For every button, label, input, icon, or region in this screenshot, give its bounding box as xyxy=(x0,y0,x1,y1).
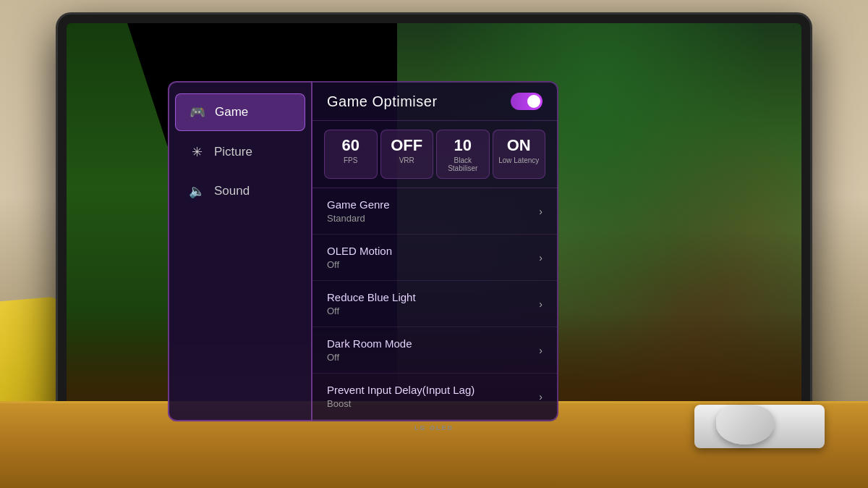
game-genre-name: Game Genre xyxy=(327,198,390,211)
reduce-blue-light-arrow: › xyxy=(539,298,542,310)
sidebar-sound-label: Sound xyxy=(214,184,250,198)
sidebar-item-game[interactable]: 🎮 Game xyxy=(175,93,305,131)
panel-title: Game Optimiser xyxy=(327,93,438,110)
vrr-label: VRR xyxy=(386,156,429,164)
stat-black-stabiliser[interactable]: 10 Black Stabiliser xyxy=(436,130,490,179)
game-icon: 🎮 xyxy=(189,104,206,120)
stats-row: 60 FPS OFF VRR 10 Black Stabiliser ON Lo… xyxy=(312,121,557,188)
sidebar: 🎮 Game ✳ Picture 🔈 Sound xyxy=(168,81,312,421)
fps-label: FPS xyxy=(329,156,373,164)
menu-item-reduce-blue-light-left: Reduce Blue Light Off xyxy=(327,291,416,316)
tv-brand-logo: LG OLED xyxy=(414,424,454,432)
menu-item-dark-room-mode[interactable]: Dark Room Mode Off › xyxy=(312,327,557,374)
picture-icon: ✳ xyxy=(188,144,205,160)
main-panel: Game Optimiser 60 FPS OFF VRR xyxy=(312,81,558,421)
toggle-thumb xyxy=(527,95,540,108)
dark-room-mode-arrow: › xyxy=(539,345,542,356)
black-stabiliser-value: 10 xyxy=(441,136,485,155)
menu-items: Game Genre Standard › OLED Motion Off › xyxy=(312,188,557,420)
menu-item-game-genre[interactable]: Game Genre Standard › xyxy=(312,188,557,235)
oled-motion-name: OLED Motion xyxy=(327,245,392,257)
ui-overlay: 🎮 Game ✳ Picture 🔈 Sound Game Optimiser xyxy=(168,81,558,421)
xbox-controller xyxy=(716,405,774,445)
fps-value: 60 xyxy=(329,136,373,155)
menu-item-game-genre-left: Game Genre Standard xyxy=(327,198,390,224)
game-optimiser-toggle[interactable] xyxy=(511,93,542,110)
sidebar-game-label: Game xyxy=(215,105,248,119)
dark-room-mode-name: Dark Room Mode xyxy=(327,337,412,350)
stat-vrr[interactable]: OFF VRR xyxy=(380,130,434,179)
game-genre-arrow: › xyxy=(539,206,542,217)
low-latency-label: Low Latency xyxy=(498,156,541,164)
oled-motion-arrow: › xyxy=(539,252,542,264)
menu-item-reduce-blue-light[interactable]: Reduce Blue Light Off › xyxy=(312,281,557,327)
stat-fps[interactable]: 60 FPS xyxy=(324,130,378,179)
menu-item-oled-motion-left: OLED Motion Off xyxy=(327,245,392,270)
panel-header: Game Optimiser xyxy=(312,83,557,121)
input-lag-arrow: › xyxy=(539,391,542,403)
menu-item-dark-room-mode-left: Dark Room Mode Off xyxy=(327,337,412,363)
sidebar-item-sound[interactable]: 🔈 Sound xyxy=(175,173,305,209)
menu-item-input-lag-left: Prevent Input Delay(Input Lag) Boost xyxy=(327,384,475,409)
tv-frame: 🎮 Game ✳ Picture 🔈 Sound Game Optimiser xyxy=(58,14,810,445)
sidebar-item-picture[interactable]: ✳ Picture xyxy=(175,134,305,170)
input-lag-name: Prevent Input Delay(Input Lag) xyxy=(327,384,475,396)
menu-item-oled-motion[interactable]: OLED Motion Off › xyxy=(312,235,557,281)
game-genre-value: Standard xyxy=(327,213,390,224)
vrr-value: OFF xyxy=(386,136,429,155)
black-stabiliser-label: Black Stabiliser xyxy=(441,156,485,172)
sidebar-picture-label: Picture xyxy=(214,145,252,159)
oled-motion-value: Off xyxy=(327,259,392,270)
low-latency-value: ON xyxy=(498,136,541,155)
reduce-blue-light-name: Reduce Blue Light xyxy=(327,291,416,303)
input-lag-value: Boost xyxy=(327,398,475,409)
sound-icon: 🔈 xyxy=(188,183,205,199)
dark-room-mode-value: Off xyxy=(327,352,412,363)
menu-item-input-lag[interactable]: Prevent Input Delay(Input Lag) Boost › xyxy=(312,374,557,420)
tv-screen: 🎮 Game ✳ Picture 🔈 Sound Game Optimiser xyxy=(67,23,801,436)
stat-low-latency[interactable]: ON Low Latency xyxy=(493,130,546,179)
reduce-blue-light-value: Off xyxy=(327,306,416,316)
